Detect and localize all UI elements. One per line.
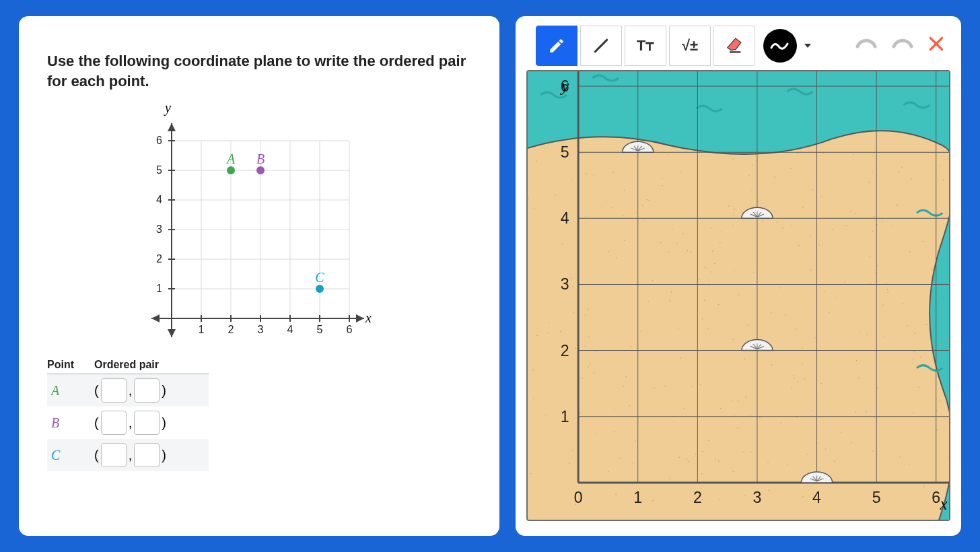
eraser-icon <box>725 36 744 55</box>
undo-button[interactable] <box>855 36 878 56</box>
svg-point-218 <box>678 329 680 330</box>
svg-point-71 <box>877 387 878 388</box>
svg-marker-14 <box>356 314 364 322</box>
svg-point-277 <box>859 332 860 333</box>
input-C-x[interactable] <box>101 443 127 467</box>
redo-button[interactable] <box>891 36 914 56</box>
svg-point-131 <box>748 324 749 326</box>
svg-point-221 <box>918 386 919 388</box>
text-tool[interactable]: Tᴛ <box>625 26 666 66</box>
color-dropdown[interactable] <box>802 40 813 51</box>
svg-point-185 <box>624 190 625 191</box>
svg-point-196 <box>631 346 632 347</box>
svg-point-207 <box>687 250 689 252</box>
svg-point-157 <box>571 278 572 279</box>
svg-point-254 <box>728 206 730 207</box>
svg-point-159 <box>720 242 721 244</box>
svg-point-160 <box>721 232 722 233</box>
svg-point-151 <box>869 256 870 257</box>
svg-point-68 <box>899 172 900 173</box>
svg-point-78 <box>648 301 649 302</box>
svg-point-100 <box>872 450 874 452</box>
svg-point-55 <box>616 257 617 258</box>
input-C-y[interactable] <box>134 443 160 467</box>
svg-point-148 <box>887 291 888 293</box>
svg-point-287 <box>867 334 868 335</box>
svg-point-133 <box>825 449 827 450</box>
svg-point-83 <box>922 241 923 242</box>
x-tick-4: 4 <box>287 324 293 335</box>
scratch-y-tick-1: 1 <box>561 407 569 425</box>
row-label-A: A <box>51 383 94 399</box>
svg-point-198 <box>855 213 857 214</box>
color-picker[interactable] <box>763 29 797 63</box>
svg-point-165 <box>624 240 625 241</box>
svg-point-56 <box>561 244 563 245</box>
drawing-toolbar: Tᴛ √± <box>536 26 950 66</box>
svg-point-180 <box>911 178 913 180</box>
input-B-x[interactable] <box>101 411 127 435</box>
svg-point-284 <box>715 459 716 460</box>
svg-point-172 <box>841 432 842 433</box>
svg-point-35 <box>718 460 720 462</box>
svg-point-125 <box>752 164 753 166</box>
input-B-y[interactable] <box>134 411 160 435</box>
svg-point-115 <box>714 263 715 265</box>
svg-point-136 <box>702 318 703 320</box>
svg-line-30 <box>595 40 607 52</box>
text-icon: Tᴛ <box>637 37 654 55</box>
scratch-y-tick-4: 4 <box>561 209 569 228</box>
svg-point-53 <box>705 267 706 269</box>
svg-point-286 <box>707 329 709 330</box>
scratchpad-canvas[interactable]: 0123456123456yx <box>526 70 950 521</box>
svg-point-281 <box>909 251 911 252</box>
point-A <box>227 166 235 174</box>
svg-point-170 <box>572 450 573 452</box>
svg-point-208 <box>643 219 645 220</box>
svg-point-231 <box>902 303 903 304</box>
line-tool[interactable] <box>580 26 622 66</box>
svg-point-181 <box>611 207 612 209</box>
scratch-y-tick-5: 5 <box>561 143 569 162</box>
svg-point-64 <box>582 378 583 379</box>
svg-point-161 <box>907 325 908 326</box>
svg-point-41 <box>732 225 734 226</box>
svg-point-153 <box>711 271 712 273</box>
answer-row-A: A(,) <box>47 374 209 407</box>
eraser-tool[interactable] <box>713 26 755 66</box>
svg-point-233 <box>560 331 561 333</box>
svg-point-294 <box>742 422 743 423</box>
svg-point-127 <box>648 200 650 201</box>
svg-point-215 <box>748 175 750 176</box>
question-panel: Use the following coordinate plane to wr… <box>19 16 499 536</box>
svg-point-166 <box>737 427 738 429</box>
svg-point-38 <box>856 360 858 361</box>
y-axis-label: y <box>165 100 171 116</box>
svg-point-201 <box>886 282 887 283</box>
svg-point-103 <box>588 366 589 368</box>
svg-point-227 <box>709 285 710 287</box>
svg-point-210 <box>664 386 666 387</box>
input-A-x[interactable] <box>101 378 127 403</box>
answer-row-B: B(,) <box>47 407 209 439</box>
svg-point-174 <box>732 158 734 160</box>
svg-point-145 <box>595 433 596 434</box>
scratch-x-tick-4: 4 <box>812 489 821 507</box>
svg-point-60 <box>771 312 772 314</box>
svg-point-119 <box>614 431 615 432</box>
svg-point-202 <box>733 471 734 473</box>
svg-point-268 <box>586 173 587 174</box>
input-A-y[interactable] <box>134 378 160 403</box>
svg-point-48 <box>844 281 845 283</box>
svg-point-87 <box>746 396 747 398</box>
svg-point-137 <box>943 179 944 180</box>
svg-point-51 <box>629 405 630 407</box>
close-button[interactable] <box>928 34 945 57</box>
pencil-tool[interactable] <box>536 26 578 66</box>
svg-point-248 <box>555 195 556 196</box>
svg-point-234 <box>787 464 788 466</box>
math-tool[interactable]: √± <box>669 26 711 66</box>
svg-point-36 <box>536 335 538 337</box>
svg-point-253 <box>585 345 586 347</box>
svg-point-278 <box>585 315 586 316</box>
